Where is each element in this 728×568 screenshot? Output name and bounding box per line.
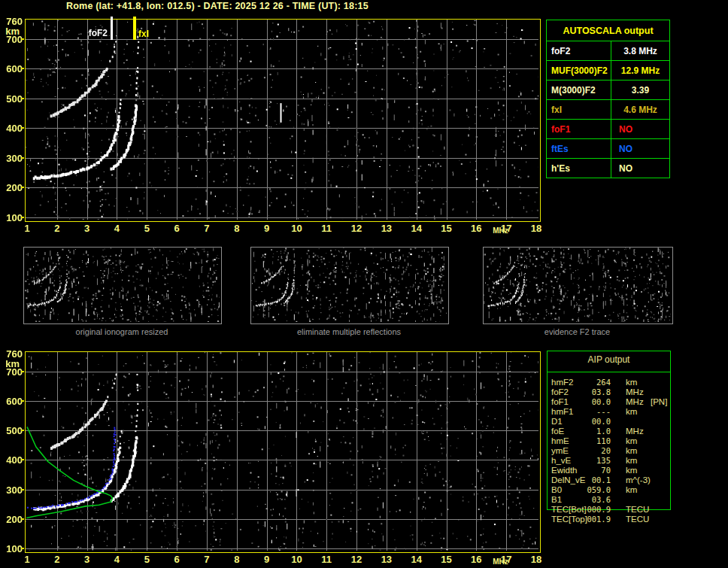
aip-unit: m^(-3) — [626, 475, 651, 485]
thumbnail-canvas-original — [24, 248, 220, 322]
x-tick-label: 10 — [285, 554, 308, 564]
thumbnail-multiple-reflections — [250, 247, 449, 324]
aip-value: 20 — [562, 446, 611, 456]
aip-unit: MHz — [626, 427, 644, 436]
y-axis-tick — [21, 38, 24, 40]
y-tick-label: 760 — [0, 17, 23, 26]
parameter-name: foF1 — [547, 120, 611, 138]
aip-extra: [PN] — [651, 397, 667, 407]
aip-label: D1 — [551, 417, 563, 427]
page-title: Rome (lat: +41.8, lon: 012.5) - DATE: 20… — [66, 1, 369, 11]
y-tick-label: 200 — [0, 183, 23, 193]
aip-unit: km — [626, 446, 637, 456]
x-tick-label: 9 — [256, 554, 278, 564]
x-tick-label: 14 — [405, 223, 428, 233]
y-tick-label: 400 — [0, 123, 23, 133]
aip-value: 00.0 — [562, 417, 611, 427]
autoscala-row-muf3000f2: MUF(3000)F212.9 MHz — [547, 61, 669, 80]
fxi-marker-label: fxI — [138, 29, 149, 38]
aip-row-fof2: foF203.8MHz — [547, 387, 712, 397]
aip-row-tecbot: TEC[Bot]000.9TECU — [547, 505, 712, 515]
x-tick-label: 16 — [465, 223, 487, 233]
thumbnail-f2-trace — [483, 247, 673, 324]
y-axis-tick — [21, 127, 24, 129]
parameter-value: NO — [611, 159, 669, 178]
aip-value: 1.0 — [562, 427, 611, 436]
thumbnail-canvas-f2trace — [484, 248, 671, 322]
thumbnail-caption-original: original ionogram resized — [23, 327, 220, 336]
x-tick-label: 3 — [76, 554, 99, 564]
x-tick-label: 7 — [196, 554, 218, 564]
y-tick-label: 700 — [0, 35, 23, 44]
x-tick-label: 1 — [16, 554, 38, 564]
x-tick-label: 8 — [226, 554, 248, 564]
y-axis-tick — [21, 68, 24, 69]
y-axis-tick — [21, 459, 24, 460]
aip-row-b1: B103.6 — [547, 495, 712, 505]
aip-row-delnve: DelN_vE00.1m^(-3) — [547, 475, 712, 485]
aip-value: 001.9 — [562, 515, 611, 524]
aip-row-fof1: foF100.0MHz[PN] — [547, 397, 712, 407]
y-tick-label: 700 — [0, 367, 23, 377]
autoscala-row-fxi: fxI4.6 MHz — [547, 100, 669, 120]
x-tick-label: 12 — [345, 223, 368, 233]
y-tick-label: 300 — [0, 153, 23, 163]
aip-value: 03.6 — [562, 495, 611, 505]
x-tick-label: 6 — [165, 554, 188, 564]
aip-row-hve: h_vE135km — [547, 456, 712, 466]
thumbnail-canvas-reflections — [251, 248, 447, 322]
aip-row-hmf2: hmF2264km — [547, 378, 712, 387]
x-tick-label: 8 — [226, 223, 248, 233]
aip-unit: km — [626, 456, 637, 466]
x-tick-label: 2 — [46, 554, 68, 564]
parameter-value: 3.39 — [611, 80, 669, 99]
aip-row-tectop: TEC[Top]001.9TECU — [547, 515, 712, 524]
aip-value: 110 — [562, 436, 611, 446]
x-tick-label: 11 — [315, 554, 338, 564]
parameter-value: 3.8 MHz — [611, 41, 669, 60]
parameter-name: fxI — [547, 100, 611, 119]
x-tick-label: 9 — [256, 223, 278, 233]
y-tick-label: 200 — [0, 515, 23, 524]
autoscala-row-fof2: foF23.8 MHz — [547, 41, 669, 61]
fof2-marker-label: foF2 — [85, 29, 108, 38]
aip-value: --- — [562, 407, 611, 417]
y-axis-tick — [21, 371, 24, 372]
x-tick-label: 14 — [405, 554, 428, 564]
thumbnail-caption-reflections: eliminate multiple reflections — [250, 327, 447, 336]
parameter-value: NO — [611, 139, 669, 158]
y-tick-label: 300 — [0, 485, 23, 495]
x-tick-label: 4 — [105, 223, 128, 233]
ionogram-plot-top — [25, 19, 541, 222]
x-tick-label: 6 — [165, 223, 188, 233]
autoscala-table-rows: foF23.8 MHzMUF(3000)F212.9 MHzM(3000)F23… — [547, 41, 669, 178]
aip-unit: km — [626, 436, 637, 446]
aip-row-yme: ymE20km — [547, 446, 712, 456]
x-axis-unit-label: MHz — [493, 227, 508, 235]
aip-unit: km — [626, 407, 637, 417]
aip-unit: MHz — [626, 387, 644, 397]
y-axis-tick — [21, 217, 24, 218]
aip-value: 135 — [562, 456, 611, 466]
y-tick-label: 100 — [0, 213, 23, 223]
ionogram-canvas-top — [26, 20, 538, 220]
aip-label: B1 — [551, 495, 562, 505]
aip-value: 264 — [562, 378, 611, 387]
x-tick-label: 18 — [525, 223, 548, 233]
parameter-name: h'Es — [547, 159, 611, 178]
autoscala-row-m3000f2: M(3000)F23.39 — [547, 80, 669, 100]
y-tick-label: 760 — [0, 349, 23, 359]
aip-row-ewidth: Ewidth70km — [547, 466, 712, 475]
thumbnail-caption-f2trace: evidence F2 trace — [483, 327, 672, 336]
x-tick-label: 11 — [315, 223, 338, 233]
x-tick-label: 10 — [285, 223, 308, 233]
x-tick-label: 7 — [196, 223, 218, 233]
aip-value: 00.0 — [562, 397, 611, 407]
autoscala-row-hes: h'EsNO — [547, 159, 669, 178]
fxi-marker-line — [133, 17, 136, 40]
y-axis-tick — [21, 548, 24, 549]
aip-unit: km — [626, 485, 637, 495]
aip-label: B0 — [551, 485, 562, 495]
ionogram-canvas-bottom — [26, 352, 538, 551]
autoscala-row-ftes: ftEsNO — [547, 139, 669, 159]
